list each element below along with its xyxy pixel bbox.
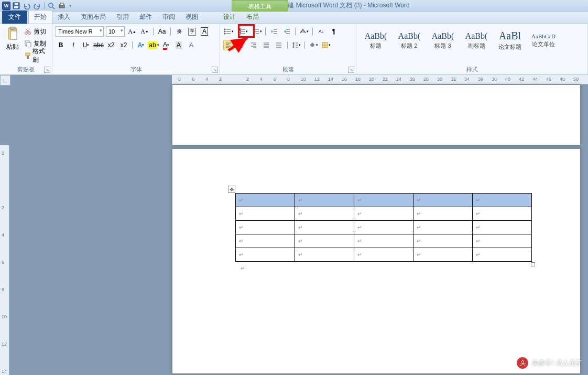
table-cell[interactable]: ↵: [354, 194, 413, 207]
table-cell[interactable]: ↵: [295, 207, 354, 221]
table-row[interactable]: ↵↵↵↵↵: [236, 221, 532, 234]
table-move-handle-icon[interactable]: ✥: [228, 186, 235, 193]
change-case-icon[interactable]: Aa: [157, 26, 167, 37]
font-color-icon[interactable]: A▾: [161, 40, 171, 50]
line-spacing-icon[interactable]: ▾: [291, 40, 301, 50]
tab-review[interactable]: 审阅: [157, 10, 180, 24]
page[interactable]: ✥ ↵↵↵↵↵↵↵↵↵↵↵↵↵↵↵↵↵↵↵↵↵↵↵↵↵ ↵: [172, 148, 581, 374]
table-cell[interactable]: ↵: [473, 207, 532, 221]
table-cell[interactable]: ↵: [236, 207, 295, 221]
phonetic-guide-icon[interactable]: 拼: [174, 26, 184, 37]
table-cell[interactable]: ↵: [354, 221, 413, 234]
subscript-icon[interactable]: x2: [106, 40, 116, 50]
strikethrough-icon[interactable]: abc: [93, 40, 104, 50]
enclose-char-icon[interactable]: 字: [187, 26, 197, 37]
table-cell[interactable]: ↵: [413, 221, 473, 234]
print-preview-icon[interactable]: [57, 1, 67, 10]
table-cell[interactable]: ↵: [236, 248, 295, 262]
table-cell[interactable]: ↵: [236, 221, 295, 234]
font-name-combo[interactable]: Times New R: [56, 26, 104, 37]
table-row[interactable]: ↵↵↵↵↵: [236, 234, 532, 248]
table-cell[interactable]: ↵: [473, 234, 532, 248]
table-cell[interactable]: ↵: [413, 248, 473, 262]
clear-formatting-icon[interactable]: A̶: [186, 40, 197, 50]
style-card-0[interactable]: AaBb(标题: [360, 26, 392, 55]
clipboard-dialog-launcher-icon[interactable]: ↘: [44, 67, 50, 73]
tab-selector-icon[interactable]: ∟: [0, 75, 10, 85]
superscript-icon[interactable]: x2: [118, 40, 129, 50]
tab-mailings[interactable]: 邮件: [134, 10, 157, 24]
save-icon[interactable]: [12, 1, 21, 10]
table-cell[interactable]: ↵: [295, 248, 354, 262]
italic-icon[interactable]: I: [68, 40, 79, 50]
table-cell[interactable]: ↵: [236, 234, 295, 248]
paste-button[interactable]: 粘贴: [3, 26, 22, 61]
cut-button[interactable]: 剪切: [24, 26, 49, 37]
font-dialog-launcher-icon[interactable]: ↘: [212, 67, 218, 73]
highlight-icon[interactable]: ab▾: [148, 40, 159, 50]
separator: [44, 2, 45, 9]
font-size-combo[interactable]: 10: [106, 26, 125, 37]
decrease-indent-icon[interactable]: [269, 26, 279, 37]
table-cell[interactable]: ↵: [473, 194, 532, 207]
table-cell[interactable]: ↵: [413, 194, 473, 207]
vertical-ruler[interactable]: 22468101214: [0, 145, 9, 375]
tab-view[interactable]: 视图: [180, 10, 203, 24]
style-card-1[interactable]: AaBb(标题 2: [393, 26, 426, 55]
text-effects-icon[interactable]: A▾: [136, 40, 146, 50]
table-row[interactable]: ↵↵↵↵↵: [236, 248, 532, 262]
shrink-font-icon[interactable]: A▼: [139, 26, 150, 37]
tab-home[interactable]: 开始: [28, 10, 52, 24]
increase-indent-icon[interactable]: [281, 26, 292, 37]
table-cell[interactable]: ↵: [354, 207, 413, 221]
group-font: Times New R 10 A▲ A▼ Aa 拼 字 A B I U▾ abc…: [52, 24, 220, 74]
tab-references[interactable]: 引用: [111, 10, 134, 24]
align-justify-icon[interactable]: [261, 40, 271, 50]
grow-font-icon[interactable]: A▲: [127, 26, 137, 37]
zoom-icon[interactable]: [47, 1, 56, 10]
table-cell[interactable]: ↵: [295, 234, 354, 248]
char-shading-icon[interactable]: A: [173, 40, 184, 50]
table-cell[interactable]: ↵: [413, 207, 473, 221]
horizontal-ruler[interactable]: 8642246810121416182022242628303234363840…: [172, 75, 588, 84]
document-table[interactable]: ↵↵↵↵↵↵↵↵↵↵↵↵↵↵↵↵↵↵↵↵↵↵↵↵↵: [235, 193, 532, 262]
undo-icon[interactable]: [22, 1, 31, 10]
underline-icon[interactable]: U▾: [81, 40, 91, 50]
style-card-5[interactable]: AaBbCcD论文单位: [527, 26, 560, 55]
multilevel-list-icon[interactable]: ▾: [252, 26, 262, 37]
shading-icon[interactable]: ▾: [308, 40, 319, 50]
tab-insert[interactable]: 插入: [52, 10, 75, 24]
asian-layout-icon[interactable]: ▾: [299, 26, 309, 37]
table-row[interactable]: ↵↵↵↵↵: [236, 194, 532, 207]
group-styles-label: 样式: [360, 65, 584, 74]
table-cell[interactable]: ↵: [473, 248, 532, 262]
tab-page-layout[interactable]: 页面布局: [75, 10, 111, 24]
tab-file[interactable]: 文件: [2, 10, 27, 24]
redo-icon[interactable]: [32, 1, 42, 10]
align-distribute-icon[interactable]: [274, 40, 284, 50]
bold-icon[interactable]: B: [56, 40, 66, 50]
table-cell[interactable]: ↵: [236, 194, 295, 207]
style-card-2[interactable]: AaBb(标题 3: [427, 26, 459, 55]
style-card-3[interactable]: AaBb(副标题: [460, 26, 493, 55]
table-cell[interactable]: ↵: [295, 194, 354, 207]
char-border-icon[interactable]: A: [199, 26, 210, 37]
table-cell[interactable]: ↵: [413, 234, 473, 248]
previous-page-bottom: [172, 84, 581, 145]
borders-icon[interactable]: ▾: [321, 40, 331, 50]
table-row[interactable]: ↵↵↵↵↵: [236, 207, 532, 221]
table-cell[interactable]: ↵: [295, 221, 354, 234]
tab-table-layout[interactable]: 布局: [241, 10, 264, 24]
table-resize-handle-icon[interactable]: [531, 262, 535, 266]
table-cell[interactable]: ↵: [473, 221, 532, 234]
table-cell[interactable]: ↵: [354, 234, 413, 248]
sort-icon[interactable]: A↓: [316, 26, 326, 37]
qat-customize-icon[interactable]: ▾: [68, 1, 73, 10]
style-card-4[interactable]: AaBl论文标题: [494, 26, 526, 55]
table-cell[interactable]: ↵: [354, 248, 413, 262]
tab-table-design[interactable]: 设计: [218, 10, 241, 24]
show-marks-icon[interactable]: ¶: [329, 26, 339, 37]
format-painter-button[interactable]: 格式刷: [24, 50, 49, 61]
paragraph-dialog-launcher-icon[interactable]: ↘: [348, 67, 354, 73]
svg-point-20: [224, 31, 226, 33]
